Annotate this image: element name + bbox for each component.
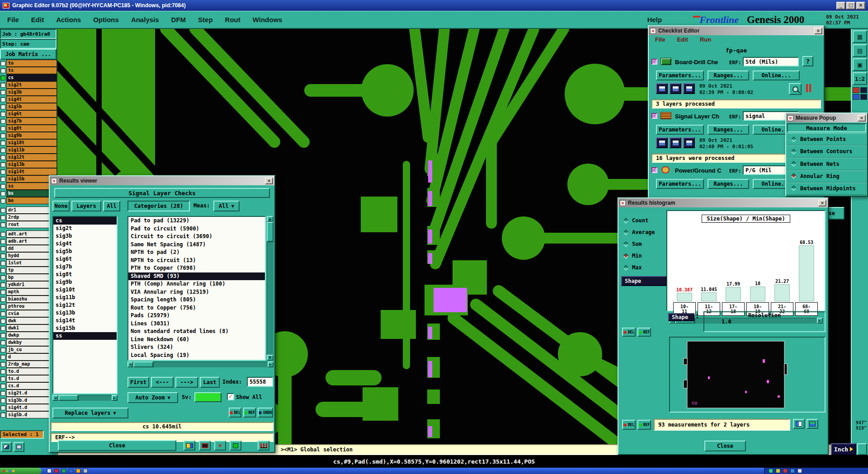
layer-visibility-checkbox[interactable] <box>0 326 5 331</box>
erf-value[interactable]: Std (Mils) <box>743 57 799 66</box>
split-view-icon[interactable] <box>807 419 818 429</box>
histogram-column[interactable]: 10.387 <box>673 287 696 301</box>
scroll-thumb[interactable] <box>58 395 78 401</box>
parameters-button[interactable]: Parameters... <box>656 125 704 135</box>
measure-mode-option[interactable]: Between Nets <box>787 158 866 170</box>
parameters-button[interactable]: Parameters... <box>656 70 704 80</box>
rv-category-item[interactable]: Rout to Copper (756) <box>128 304 265 312</box>
layer-visibility-checkbox[interactable] <box>0 148 5 153</box>
results-viewer-close-button[interactable]: Close <box>58 440 176 451</box>
layer-visibility-checkbox[interactable] <box>0 90 5 95</box>
rv-category-item[interactable]: Slivers (324) <box>128 343 265 352</box>
last-button[interactable]: Last <box>200 377 220 388</box>
layer-row[interactable]: sig9b <box>0 132 57 139</box>
measure-mode-option[interactable]: Between Midpoints <box>787 183 866 195</box>
layer-row[interactable]: sig2t <box>0 81 57 89</box>
rv-categories-hscrollbar[interactable]: ◄ ► <box>127 361 274 367</box>
redraw-red-icon[interactable] <box>853 87 859 93</box>
review-action-icon[interactable] <box>670 137 681 148</box>
layer-visibility-checkbox[interactable] <box>0 319 5 324</box>
shape-spinner[interactable]: ▲▼ <box>696 313 698 319</box>
rv-layer-item[interactable]: cs <box>53 217 117 225</box>
checklist-menu-item[interactable]: Run <box>700 36 711 43</box>
filter-none-button[interactable]: None <box>52 201 70 211</box>
checklist-title-bar[interactable]: × Checklist Editor × <box>649 26 824 35</box>
quick-launch-icons[interactable] <box>47 469 88 473</box>
menu-item[interactable]: Options <box>93 16 119 23</box>
scroll-down-icon[interactable]: ▼ <box>267 355 274 361</box>
layer-visibility-checkbox[interactable] <box>0 75 5 80</box>
histogram-column[interactable]: 17.99 <box>722 282 745 301</box>
rv-layer-item[interactable]: sig10t <box>53 286 117 294</box>
results-viewer-title-bar[interactable]: × Results viewer × <box>50 176 274 185</box>
windows-taskbar[interactable] <box>0 468 868 474</box>
rv-category-item[interactable]: Lines (3031) <box>128 320 265 328</box>
histogram-column[interactable]: 68.53 <box>795 240 818 301</box>
layer-visibility-checkbox[interactable] <box>0 162 5 167</box>
rv-category-item[interactable]: Pad to circuit (5900) <box>128 225 265 233</box>
start-button[interactable] <box>0 468 42 474</box>
layer-visibility-checkbox[interactable] <box>0 384 5 389</box>
next-button[interactable]: ---> <box>175 377 198 388</box>
del-button[interactable]: DEL <box>622 420 636 430</box>
overview-icon[interactable]: ▦ <box>853 30 867 43</box>
histogram-title-bar[interactable]: × Results histogram × <box>618 198 828 207</box>
filter-all-button[interactable]: All <box>103 201 120 211</box>
histogram-column[interactable]: 18 <box>746 281 769 301</box>
rv-layer-item[interactable]: sig4t <box>53 240 117 248</box>
layer-visibility-checkbox[interactable] <box>0 253 5 258</box>
window-title-bar[interactable]: Graphic Editor 9.07b2 (00@HY-HYCAM-PC185… <box>0 0 868 11</box>
menu-item[interactable]: Rout <box>225 16 241 23</box>
layer-row[interactable]: sig4t <box>0 96 57 103</box>
layer-visibility-checkbox[interactable] <box>0 398 5 403</box>
layer-row[interactable]: to <box>0 60 57 67</box>
help-button[interactable]: ? <box>802 56 813 66</box>
layer-visibility-checkbox[interactable] <box>0 198 5 203</box>
rv-category-item[interactable]: VIA Annular ring (12519) <box>128 288 265 296</box>
checklist-menu-item[interactable]: File <box>655 36 665 43</box>
window-menu-icon[interactable]: × <box>51 178 57 184</box>
layer-visibility-checkbox[interactable] <box>0 141 5 145</box>
rv-layer-item[interactable]: sig5b <box>53 248 117 255</box>
rv-categories-vscrollbar[interactable]: ▲ ▼ <box>267 216 274 361</box>
layer-visibility-checkbox[interactable] <box>0 369 5 374</box>
grid-tool-icon[interactable] <box>14 442 24 452</box>
rv-layer-item[interactable]: sig9b <box>53 278 117 286</box>
rv-category-item[interactable]: PTH to Copper (7698) <box>128 264 265 272</box>
rv-category-item[interactable]: Same Net Spacing (1487) <box>128 241 265 249</box>
highlighted-pad[interactable] <box>434 288 467 312</box>
layer-row[interactable]: sig7b <box>0 117 57 125</box>
layer-row[interactable]: sig6t <box>0 110 57 117</box>
layer-visibility-checkbox[interactable] <box>0 246 5 251</box>
rv-category-item[interactable]: Pad to pad (13229) <box>128 217 265 225</box>
show-all-checkbox[interactable]: ✓ <box>227 393 234 400</box>
rv-layer-item[interactable]: sig14t <box>53 317 117 324</box>
menu-item[interactable]: Windows <box>253 16 283 23</box>
layer-visibility-checkbox[interactable] <box>0 169 5 174</box>
replace-layers-dropdown[interactable]: Replace layers▼ <box>52 408 128 418</box>
del-button[interactable]: DEL <box>229 408 241 418</box>
report-action-icon[interactable] <box>683 137 695 148</box>
parameters-button[interactable]: Parameters... <box>656 179 704 189</box>
histogram-minimap[interactable]: cu <box>669 337 826 413</box>
run-action-icon[interactable] <box>656 83 668 94</box>
checklist-close-icon[interactable]: × <box>814 28 822 34</box>
layer-visibility-checkbox[interactable] <box>0 155 5 160</box>
select-icon[interactable] <box>230 441 241 451</box>
layer-visibility-checkbox[interactable] <box>0 340 5 345</box>
rv-layer-item[interactable]: sig3b <box>53 232 117 240</box>
layer-visibility-checkbox[interactable] <box>0 104 5 109</box>
layer-visibility-checkbox[interactable] <box>0 391 5 396</box>
maximize-button[interactable]: □ <box>846 2 855 9</box>
layers-dark-icon[interactable] <box>860 87 867 93</box>
rv-layer-item[interactable]: sig13b <box>53 309 117 317</box>
job-matrix-button[interactable]: Job Matrix ... <box>0 49 57 60</box>
histogram-stat-option[interactable]: Average <box>621 226 665 238</box>
menu-item[interactable]: Step <box>198 16 213 23</box>
layer-visibility-checkbox[interactable] <box>0 68 5 73</box>
rv-layer-item[interactable]: sig6t <box>53 255 117 263</box>
layer-visibility-checkbox[interactable] <box>0 177 5 182</box>
rv-category-item[interactable]: Local Spacing (19) <box>128 352 265 360</box>
menu-help[interactable]: Help <box>647 16 662 23</box>
menu-item[interactable]: File <box>7 16 19 23</box>
